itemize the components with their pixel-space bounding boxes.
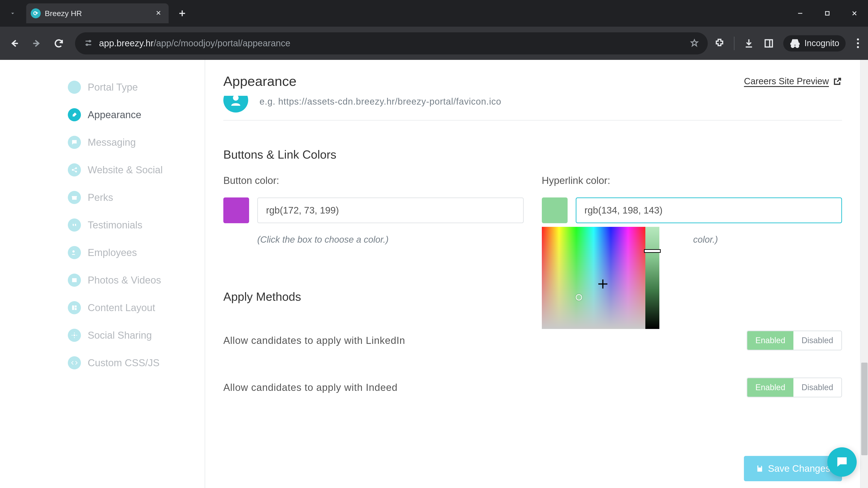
external-link-icon [833, 77, 842, 86]
browser-tab[interactable]: ⟳ Breezy HR [26, 3, 168, 23]
sidebar-item-portal-type[interactable]: Portal Type [68, 73, 205, 101]
code-icon [68, 356, 81, 369]
section-title: Buttons & Link Colors [223, 148, 842, 161]
color-picker [542, 227, 659, 329]
sidebar-item-testimonials[interactable]: Testimonials [68, 211, 205, 239]
color-picker-value-slider[interactable] [645, 227, 659, 329]
brush-icon [68, 108, 81, 121]
svg-rect-12 [72, 305, 74, 310]
tab-search-dropdown[interactable] [4, 4, 22, 22]
hyperlink-color-swatch[interactable] [542, 197, 567, 223]
svg-rect-13 [74, 305, 76, 307]
sidebar-item-messaging[interactable]: Messaging [68, 129, 205, 156]
svg-rect-10 [72, 278, 76, 282]
tab-favicon-icon: ⟳ [31, 8, 41, 18]
forward-button[interactable] [27, 33, 46, 53]
sidebar-item-employees[interactable]: Employees [68, 239, 205, 266]
colors-section: Buttons & Link Colors Button color: rgb(… [223, 148, 842, 245]
scrollbar[interactable] [861, 60, 868, 488]
maximize-icon [824, 10, 831, 17]
downloads-button[interactable] [743, 38, 754, 49]
slider-handle[interactable] [644, 249, 661, 253]
minimize-button[interactable] [786, 0, 814, 27]
close-tab-button[interactable] [155, 9, 162, 17]
page-header: Appearance Careers Site Preview [223, 73, 842, 89]
apply-label: Allow candidates to apply with Indeed [223, 382, 398, 393]
sidebar-item-appearance[interactable]: Appearance [68, 101, 205, 129]
field-label: Hyperlink color: [542, 175, 842, 186]
svg-rect-8 [72, 196, 77, 197]
sidebar-item-label: Custom CSS/JS [88, 357, 160, 368]
section-title: Apply Methods [223, 290, 842, 303]
careers-preview-link[interactable]: Careers Site Preview [744, 76, 842, 86]
star-icon [690, 39, 699, 47]
maximize-button[interactable] [814, 0, 841, 27]
spread-icon [68, 329, 81, 342]
gift-icon [68, 191, 81, 204]
sidebar-item-photos-videos[interactable]: Photos & Videos [68, 266, 205, 294]
svg-rect-0 [826, 11, 829, 15]
people-icon [68, 246, 81, 259]
svg-point-16 [233, 96, 239, 101]
sidebar-item-website-social[interactable]: Website & Social [68, 156, 205, 184]
sidebar-item-label: Content Layout [88, 302, 155, 313]
sidebar-item-label: Messaging [88, 137, 136, 148]
arrow-right-icon [31, 38, 42, 48]
sidebar-item-social-sharing[interactable]: Social Sharing [68, 322, 205, 349]
button-color-swatch[interactable] [223, 197, 249, 223]
svg-rect-7 [72, 197, 76, 200]
sidebar-item-custom-css[interactable]: Custom CSS/JS [68, 349, 205, 377]
chevron-down-icon [9, 10, 16, 17]
tune-icon [84, 39, 93, 47]
extension-icon [714, 38, 725, 49]
sidebar-item-label: Photos & Videos [88, 274, 161, 286]
intercom-chat-button[interactable] [827, 447, 857, 477]
toolbar-right: Incognito [714, 35, 864, 52]
reload-button[interactable] [49, 33, 69, 53]
arrow-left-icon [9, 38, 20, 48]
sidepanel-button[interactable] [763, 38, 774, 49]
apply-methods-section: Apply Methods Allow candidates to apply … [223, 290, 842, 411]
address-bar[interactable]: app.breezy.hr/app/c/moodjoy/portal/appea… [75, 32, 708, 55]
panel-icon [763, 38, 774, 49]
browser-chrome: ⟳ Breezy HR app.breezy.hr/app/c/moodjoy/… [0, 0, 868, 60]
save-button-label: Save Changes [768, 463, 830, 474]
sidebar-item-label: Portal Type [88, 82, 138, 93]
bookmark-button[interactable] [690, 39, 699, 48]
toggle-enabled-button[interactable]: Enabled [747, 331, 794, 350]
hyperlink-color-input[interactable]: rgb(134, 198, 143) [576, 197, 842, 223]
url-text: app.breezy.hr/app/c/moodjoy/portal/appea… [99, 38, 684, 48]
back-button[interactable] [4, 33, 24, 53]
incognito-badge[interactable]: Incognito [783, 35, 846, 52]
indeed-toggle: Enabled Disabled [747, 378, 842, 397]
button-color-input[interactable]: rgb(172, 73, 199) [257, 197, 524, 223]
sidebar-item-perks[interactable]: Perks [68, 184, 205, 211]
field-hint: color.) [693, 234, 842, 245]
new-tab-button[interactable] [176, 6, 189, 20]
extensions-button[interactable] [714, 38, 725, 49]
site-info-button[interactable] [84, 39, 93, 48]
picker-selection-icon [576, 294, 582, 300]
browser-menu-button[interactable] [855, 38, 859, 48]
incognito-icon [789, 38, 800, 49]
sidebar-item-label: Website & Social [88, 164, 163, 175]
toggle-disabled-button[interactable]: Disabled [794, 378, 841, 397]
svg-point-11 [73, 279, 74, 280]
toggle-disabled-button[interactable]: Disabled [794, 331, 841, 350]
image-icon [68, 273, 81, 287]
close-window-button[interactable] [841, 0, 868, 27]
reload-icon [54, 38, 64, 48]
picker-cursor-icon [598, 280, 608, 289]
window-controls [786, 0, 868, 27]
toggle-enabled-button[interactable]: Enabled [747, 378, 794, 397]
sidebar-item-content-layout[interactable]: Content Layout [68, 294, 205, 322]
chat-icon [68, 136, 81, 149]
chat-icon [835, 455, 849, 469]
scrollbar-thumb[interactable] [861, 363, 868, 455]
favicon-url-input[interactable]: e.g. https://assets-cdn.breezy.hr/breezy… [259, 96, 842, 107]
sidebar-item-label: Social Sharing [88, 330, 152, 341]
linkedin-toggle: Enabled Disabled [747, 330, 842, 350]
save-icon [756, 464, 764, 473]
color-picker-field[interactable] [542, 227, 645, 329]
hyperlink-color-group: Hyperlink color: rgb(134, 198, 143) [542, 175, 842, 245]
